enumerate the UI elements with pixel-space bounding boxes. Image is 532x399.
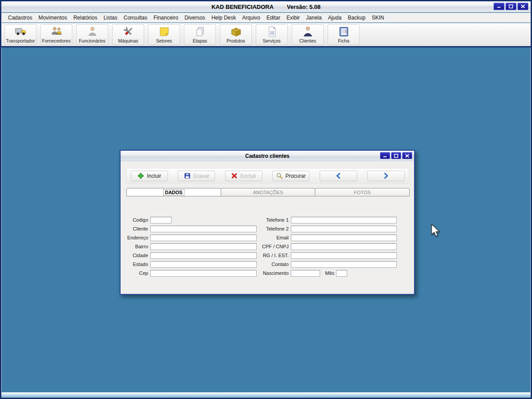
truck-icon (15, 26, 27, 38)
suppliers-icon (51, 26, 63, 38)
menu-ajuda[interactable]: Ajuda (325, 14, 345, 22)
rg-iest-input[interactable] (291, 252, 397, 259)
minimize-icon (497, 4, 501, 8)
toolbar-transportador[interactable]: Transportador (4, 24, 36, 45)
bairro-input[interactable] (150, 243, 257, 250)
endereco-input[interactable] (150, 235, 257, 241)
cep-input[interactable] (150, 270, 257, 277)
nascimento-input[interactable] (291, 270, 320, 277)
contato-input[interactable] (291, 261, 397, 268)
menu-help-desk[interactable]: Help Desk (208, 14, 239, 22)
toolbar-produtos[interactable]: Produtos (220, 24, 252, 45)
menu-consultas[interactable]: Consultas (121, 14, 150, 22)
dialog-close-button[interactable] (402, 152, 412, 159)
employee-icon (86, 26, 98, 38)
menu-backup[interactable]: Backup (344, 14, 368, 22)
menu-skin[interactable]: SKIN (368, 14, 387, 22)
telefone2-input[interactable] (291, 226, 397, 232)
tab-fotos[interactable]: FOTOS (315, 188, 410, 196)
tab-dados[interactable]: DADOS (126, 188, 221, 196)
toolbar-label: Etapas (193, 38, 207, 44)
excluir-button[interactable]: Excluir (225, 171, 262, 181)
telefone1-input[interactable] (291, 217, 397, 223)
menu-editar[interactable]: Editar (263, 14, 283, 22)
bairro-label: Bairro (124, 244, 150, 249)
menu-cadastros[interactable]: Cadastros (5, 14, 35, 22)
tab-dados-label: DADOS (164, 190, 184, 195)
cpf-cnpj-input[interactable] (291, 243, 397, 250)
menu-diversos[interactable]: Diversos (181, 14, 208, 22)
main-titlebar: KAD BENEFICIADORA Versão: 5.08 (1, 1, 531, 12)
menu-movimentos[interactable]: Movimentos (35, 14, 70, 22)
menu-relatorios[interactable]: Relatórios (70, 14, 100, 22)
estado-input[interactable] (150, 261, 257, 268)
incluir-button[interactable]: Incluir (131, 171, 168, 181)
toolbar-funcionarios[interactable]: Funcionários (76, 24, 108, 45)
procurar-button[interactable]: Procurar (272, 171, 309, 181)
contato-label: Contato (257, 262, 291, 267)
actions-panel: Incluir Gravar Excluir (126, 168, 409, 184)
previous-record-button[interactable] (320, 171, 357, 181)
toolbar-ficha[interactable]: Ficha (328, 24, 360, 45)
email-input[interactable] (291, 235, 397, 241)
minimize-button[interactable] (493, 3, 505, 10)
close-icon (405, 154, 410, 158)
toolbar-label: Fornecedores (42, 38, 71, 44)
form-row-email: Email (257, 233, 397, 242)
plus-icon (137, 172, 144, 179)
cidade-input[interactable] (150, 252, 257, 259)
gravar-button[interactable]: Gravar (178, 171, 215, 181)
cpf-cnpj-label: CPF / CNPJ (257, 244, 291, 249)
maximize-button[interactable] (505, 3, 516, 10)
dialog-minimize-button[interactable] (380, 152, 390, 159)
menu-bar: Cadastros Movimentos Relatórios Listas C… (1, 13, 531, 23)
menu-listas[interactable]: Listas (100, 14, 120, 22)
form-row-bairro: Bairro (124, 242, 257, 251)
menu-arquivo[interactable]: Arquivo (239, 14, 263, 22)
tab-anotacoes[interactable]: ANOTAÇÕES (221, 188, 316, 196)
close-button[interactable] (517, 3, 528, 10)
toolbar-clientes[interactable]: Clientes (292, 24, 324, 45)
main-window: KAD BENEFICIADORA Versão: 5.08 Cadastros… (0, 0, 532, 399)
menu-financeiro[interactable]: Financeiro (150, 14, 181, 22)
dialog-titlebar: Cadastro clientes (121, 151, 414, 161)
tab-anotacoes-label: ANOTAÇÕES (253, 190, 283, 195)
toolbar-fornecedores[interactable]: Fornecedores (40, 24, 72, 45)
toolbar-label: Ficha (338, 38, 349, 44)
telefone2-label: Telefone 2 (257, 226, 291, 231)
toolbar-etapas[interactable]: Etapas (184, 24, 216, 45)
next-record-button[interactable] (367, 171, 405, 181)
cliente-input[interactable] (150, 226, 257, 232)
codigo-input[interactable] (150, 217, 172, 223)
app-title: KAD BENEFICIADORA (211, 4, 274, 10)
maximize-icon (394, 154, 399, 158)
toolbar-label: Máquinas (118, 38, 138, 44)
toolbar-servicos[interactable]: Serviços (256, 24, 288, 45)
toolbar-maquinas[interactable]: Máquinas (112, 24, 144, 45)
toolbar-label: Transportador (6, 38, 35, 44)
toolbar-label: Produtos (227, 38, 245, 44)
gravar-label: Gravar (193, 173, 210, 179)
save-icon (184, 172, 191, 179)
form-column-left: Codigo Cliente Endereço Bairro Cidade (124, 215, 257, 278)
menu-janela[interactable]: Janela (303, 14, 325, 22)
chevron-left-icon (335, 172, 342, 179)
cliente-label: Cliente (124, 226, 150, 231)
estado-label: Estado (124, 262, 150, 267)
form-row-cliente: Cliente (124, 224, 257, 233)
toolbar: Transportador Fornecedores Funcionários (1, 23, 531, 47)
dialog-maximize-button[interactable] (391, 152, 401, 159)
close-icon (520, 4, 525, 8)
mes-input[interactable] (336, 270, 347, 277)
box-icon (230, 26, 242, 38)
dialog-controls (380, 152, 412, 159)
form-row-telefone1: Telefone 1 (257, 215, 397, 224)
menu-exibir[interactable]: Exibir (283, 14, 303, 22)
client-icon (302, 26, 314, 38)
tools-icon (122, 26, 134, 38)
toolbar-setores[interactable]: Setores (148, 24, 180, 45)
dialog-body: Incluir Gravar Excluir (121, 161, 414, 293)
form-row-nascimento: Nascimento Mês (257, 269, 397, 278)
excluir-label: Excluir (240, 173, 256, 179)
toolbar-label: Setores (156, 38, 172, 44)
